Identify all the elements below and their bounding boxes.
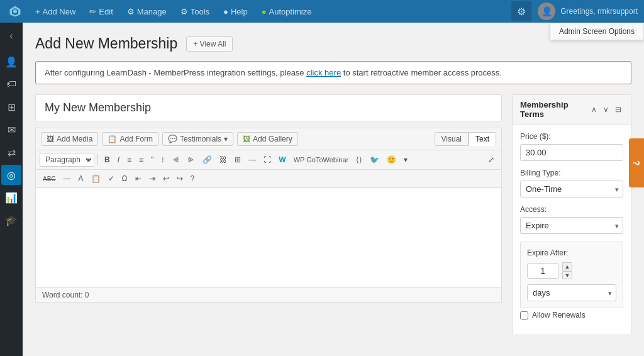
emoji-btn[interactable]: 🙂 bbox=[384, 153, 399, 166]
paragraph-select[interactable]: Paragraph bbox=[40, 153, 94, 167]
user-area[interactable]: 👤 Greetings, rmkrsupport bbox=[538, 3, 638, 20]
italic-button[interactable]: I bbox=[114, 153, 123, 166]
quote-button[interactable]: " bbox=[148, 153, 157, 166]
sidebar-icon-circle[interactable]: ◎ bbox=[1, 165, 21, 185]
gear-icon: ⚙ bbox=[517, 6, 526, 18]
hr-btn[interactable]: — bbox=[60, 172, 74, 185]
allow-renewals-label[interactable]: Allow Renewals bbox=[532, 311, 586, 320]
table-button[interactable]: ⊞ bbox=[231, 153, 244, 166]
gotowebinar-button[interactable]: WP GoToWebinar bbox=[291, 154, 352, 165]
nav-manage[interactable]: ⚙ Manage bbox=[121, 4, 173, 19]
nav-autoptimize[interactable]: ● Autoptimize bbox=[255, 4, 318, 19]
sidebar-icon-chart[interactable]: 📊 bbox=[1, 187, 21, 208]
align-right-button[interactable]: ⫸ bbox=[184, 153, 198, 166]
special-char-btn[interactable]: Ω bbox=[119, 172, 131, 185]
expire-unit-select[interactable]: days weeks months years bbox=[527, 284, 616, 301]
gallery-icon: 🖼 bbox=[243, 135, 250, 143]
sidebar-icon-graduation[interactable]: 🎓 bbox=[1, 210, 21, 230]
view-all-button[interactable]: + View All bbox=[186, 36, 233, 52]
page-title: Add New Membership bbox=[35, 35, 177, 52]
expire-increment-button[interactable]: ▲ bbox=[562, 262, 572, 270]
ol-button[interactable]: ≡ bbox=[136, 153, 147, 166]
logo[interactable] bbox=[6, 3, 24, 20]
notice-bar: After configuring LearnDash - MemberPres… bbox=[35, 61, 631, 84]
outdent-btn[interactable]: ⇤ bbox=[132, 172, 145, 185]
membership-terms-header: Membership Terms ∧ ∨ ⊟ bbox=[513, 95, 631, 125]
nav-tools[interactable]: ⚙ Tools bbox=[174, 4, 216, 19]
expire-spinners: ▲ ▼ bbox=[562, 262, 572, 279]
align-center-button[interactable]: ⫷ bbox=[169, 153, 183, 166]
sidebar-icon-mail[interactable]: ✉ bbox=[1, 120, 21, 140]
expire-decrement-button[interactable]: ▼ bbox=[562, 271, 572, 279]
testimonials-dropdown-icon: ▾ bbox=[224, 135, 228, 143]
visual-tab[interactable]: Visual bbox=[435, 132, 469, 146]
indent-btn[interactable]: ⇥ bbox=[146, 172, 158, 185]
billing-type-select-wrap: One-Time Recurring Lifetime bbox=[520, 181, 623, 197]
editor-toolbar-lower: ABC — A 📋 ✓ Ω ⇤ ⇥ ↩ ↪ ? bbox=[35, 169, 502, 187]
unlink-button[interactable]: ⛓ bbox=[216, 153, 230, 166]
add-form-button[interactable]: 📋 Add Form bbox=[102, 132, 158, 146]
editor-footer: Word count: 0 bbox=[35, 288, 502, 303]
sidebar: ‹ 👤 🏷 ⊞ ✉ ⇄ ◎ 📊 🎓 bbox=[0, 23, 23, 356]
mt-close-button[interactable]: ⊟ bbox=[613, 104, 623, 114]
text-tab[interactable]: Text bbox=[469, 132, 496, 146]
twitter-btn[interactable]: 🐦 bbox=[367, 153, 382, 166]
paste-word-btn[interactable]: 📋 bbox=[88, 172, 104, 185]
membership-terms-controls: ∧ ∨ ⊟ bbox=[589, 104, 623, 114]
link-button[interactable]: 🔗 bbox=[199, 153, 215, 166]
sidebar-icon-tag[interactable]: 🏷 bbox=[1, 74, 21, 94]
quick-help-panel[interactable]: ? Quick Help bbox=[629, 138, 644, 187]
expire-after-box: Expire After: ▲ ▼ days bbox=[520, 242, 623, 308]
top-navigation: + Add New ✏ Edit ⚙ Manage ⚙ Tools ● Help… bbox=[0, 0, 644, 23]
align-left-button[interactable]: ⫶ bbox=[158, 153, 168, 166]
mt-collapse-button[interactable]: ∨ bbox=[601, 104, 611, 114]
clear-format-btn[interactable]: ✓ bbox=[105, 172, 118, 185]
add-media-button[interactable]: 🖼 Add Media bbox=[41, 132, 98, 146]
source-btn[interactable]: ⟨⟩ bbox=[353, 153, 365, 166]
editor-body[interactable] bbox=[35, 187, 502, 288]
price-input[interactable] bbox=[520, 144, 623, 161]
greeting-text: Greetings, rmkrsupport bbox=[560, 7, 638, 16]
undo-btn[interactable]: ↩ bbox=[160, 172, 172, 185]
notice-link[interactable]: click here bbox=[306, 68, 341, 77]
wp-button[interactable]: W bbox=[275, 153, 289, 166]
redo-btn[interactable]: ↪ bbox=[174, 172, 186, 185]
allow-renewals-checkbox[interactable] bbox=[520, 311, 528, 320]
svg-point-2 bbox=[13, 9, 17, 13]
sidebar-icon-grid[interactable]: ⊞ bbox=[1, 97, 21, 117]
fullscreen-button[interactable]: ⛶ bbox=[260, 153, 274, 166]
settings-button[interactable]: ⚙ bbox=[511, 1, 531, 21]
admin-screen-options[interactable]: Admin Screen Options bbox=[550, 23, 644, 40]
membership-terms-body: Price ($): Billing Type: One-Time Recurr… bbox=[513, 125, 631, 335]
sidebar-toggle[interactable]: ‹ bbox=[6, 26, 16, 45]
expire-number-input[interactable] bbox=[527, 263, 558, 279]
billing-type-label: Billing Type: bbox=[520, 169, 623, 177]
membership-title-input[interactable] bbox=[35, 94, 502, 121]
more-options-btn[interactable]: ▾ bbox=[401, 153, 411, 166]
ul-button[interactable]: ≡ bbox=[124, 153, 135, 166]
add-gallery-button[interactable]: 🖼 Add Gallery bbox=[237, 132, 298, 146]
price-label: Price ($): bbox=[520, 132, 623, 141]
avatar: 👤 bbox=[538, 3, 555, 20]
help-toolbar-btn[interactable]: ? bbox=[187, 172, 198, 185]
mt-expand-button[interactable]: ∧ bbox=[589, 104, 599, 114]
testimonials-button[interactable]: 💬 Testimonials ▾ bbox=[162, 132, 233, 146]
billing-type-select[interactable]: One-Time Recurring Lifetime bbox=[520, 181, 623, 197]
sidebar-icon-person[interactable]: 👤 bbox=[1, 52, 21, 72]
sidebar-icon-arrows[interactable]: ⇄ bbox=[1, 142, 21, 162]
nav-edit[interactable]: ✏ Edit bbox=[83, 4, 119, 19]
nav-add-new[interactable]: + Add New bbox=[29, 4, 82, 19]
membership-terms-title: Membership Terms bbox=[520, 100, 589, 119]
more-button[interactable]: — bbox=[245, 153, 259, 166]
person-icon: 👤 bbox=[5, 56, 18, 68]
strikethrough-btn[interactable]: ABC bbox=[40, 174, 59, 184]
circle-icon: ◎ bbox=[7, 169, 16, 181]
plus-icon: + bbox=[35, 7, 40, 16]
nav-help[interactable]: ● Help bbox=[217, 4, 254, 19]
access-select[interactable]: Expire Lifetime Fixed bbox=[520, 217, 623, 234]
manage-icon: ⚙ bbox=[127, 7, 135, 16]
expand-icon[interactable]: ⤢ bbox=[485, 153, 497, 166]
media-icon: 🖼 bbox=[47, 135, 54, 143]
bold-button[interactable]: B bbox=[101, 153, 113, 166]
text-color-btn[interactable]: A bbox=[75, 172, 87, 185]
